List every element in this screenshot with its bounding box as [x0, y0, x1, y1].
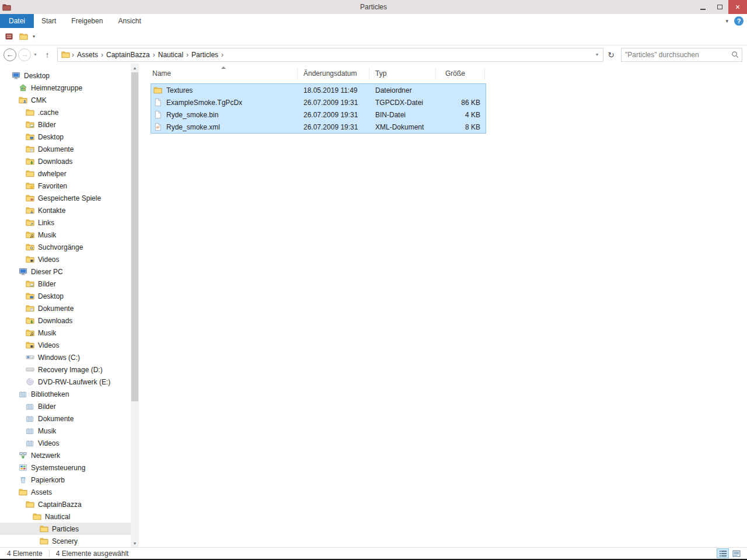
address-dropdown-icon[interactable]: ▾: [591, 52, 603, 57]
network-icon: [19, 451, 28, 460]
file-row-ryde-smoke-bin[interactable]: Ryde_smoke.bin26.07.2009 19:31BIN-Datei4…: [151, 108, 486, 121]
sidebar-item-dvd-rw-laufwerk-e[interactable]: DVD-RW-Laufwerk (E:): [0, 376, 131, 388]
tab-datei[interactable]: Datei: [0, 14, 34, 28]
file-type: Dateiordner: [369, 84, 436, 96]
breadcrumb-particles[interactable]: Particles: [189, 51, 221, 59]
scroll-down-icon[interactable]: ▾: [131, 539, 139, 547]
expand-ribbon-icon[interactable]: ▾: [725, 18, 728, 24]
sidebar-item-label: Bilder: [38, 402, 56, 411]
sidebar-item-kontakte[interactable]: Kontakte: [0, 204, 131, 216]
sidebar-item-label: Windows (C:): [38, 354, 80, 362]
sidebar-item-bilder[interactable]: Bilder: [0, 118, 131, 131]
sidebar-item-bibliotheken[interactable]: Bibliotheken: [0, 388, 131, 400]
sidebar-item-dokumente[interactable]: Dokumente: [0, 143, 131, 155]
close-button[interactable]: ×: [728, 0, 747, 14]
main-area: DesktopHeimnetzgruppeCMK.cacheBilderDesk…: [0, 64, 747, 547]
sort-ascending-icon[interactable]: [221, 66, 226, 69]
column-header-date[interactable]: Änderungsdatum: [298, 68, 369, 79]
sidebar-item-suchvorg-nge[interactable]: Suchvorgänge: [0, 241, 131, 253]
sidebar-item-videos[interactable]: Videos: [0, 339, 131, 351]
recent-locations-dropdown-icon[interactable]: ▾: [31, 52, 40, 57]
sidebar-item-musik[interactable]: Musik: [0, 229, 131, 241]
breadcrumb-nautical[interactable]: Nautical: [155, 51, 186, 59]
large-icons-view-button[interactable]: [730, 548, 742, 558]
qat-properties-button[interactable]: [4, 32, 14, 42]
file-date: 26.07.2009 19:31: [298, 96, 369, 108]
sidebar-item-cmk[interactable]: CMK: [0, 94, 131, 106]
scroll-up-icon[interactable]: ▴: [131, 64, 139, 72]
scrollbar-thumb[interactable]: [131, 72, 138, 401]
minimize-button[interactable]: [694, 0, 711, 14]
xml-file-icon: [153, 123, 163, 132]
sidebar-item-downloads[interactable]: Downloads: [0, 314, 131, 327]
sidebar-item-papierkorb[interactable]: Papierkorb: [0, 474, 131, 486]
sidebar-item-desktop[interactable]: Desktop: [0, 290, 131, 302]
column-header-name[interactable]: Name: [151, 68, 298, 79]
qat-new-folder-button[interactable]: [18, 32, 29, 42]
sidebar-item-desktop[interactable]: Desktop: [0, 131, 131, 143]
sidebar-item-assets[interactable]: Assets: [0, 486, 131, 498]
sidebar-item-systemsteuerung[interactable]: Systemsteuerung: [0, 461, 131, 474]
tab-freigeben[interactable]: Freigeben: [64, 14, 110, 28]
sidebar-item-bilder[interactable]: Bilder: [0, 278, 131, 290]
user-folder-icon: [19, 96, 28, 104]
refresh-icon[interactable]: ↻: [603, 50, 619, 60]
breadcrumb-chevron[interactable]: ›: [221, 51, 224, 59]
sidebar-item-recovery-image-d[interactable]: Recovery Image (D:): [0, 363, 131, 376]
up-button[interactable]: ↑: [40, 50, 55, 60]
file-row-textures[interactable]: Textures18.05.2019 11:49Dateiordner: [151, 84, 486, 96]
sidebar-item-gespeicherte-spiele[interactable]: Gespeicherte Spiele: [0, 192, 131, 204]
address-box[interactable]: › Assets › CaptainBazza › Nautical › Par…: [57, 48, 603, 62]
tab-ansicht[interactable]: Ansicht: [110, 14, 148, 28]
sidebar-item-cache[interactable]: .cache: [0, 106, 131, 118]
back-button[interactable]: ←: [4, 48, 16, 61]
file-icon: [153, 110, 163, 120]
sidebar-item-desktop[interactable]: Desktop: [0, 69, 131, 82]
sidebar-item-dokumente[interactable]: Dokumente: [0, 412, 131, 425]
column-header-type[interactable]: Typ: [369, 68, 436, 79]
links-folder-icon: [26, 218, 35, 227]
sidebar-item-label: DVD-RW-Laufwerk (E:): [38, 378, 110, 386]
sidebar-item-particles[interactable]: Particles: [0, 523, 131, 535]
sidebar-item-netzwerk[interactable]: Netzwerk: [0, 449, 131, 461]
sidebar-item-links[interactable]: Links: [0, 216, 131, 229]
app-icon[interactable]: [1, 1, 12, 13]
file-row-ryde-smoke-xml[interactable]: Ryde_smoke.xml26.07.2009 19:31XML-Dokume…: [151, 121, 486, 133]
sidebar-item-musik[interactable]: Musik: [0, 425, 131, 437]
file-size: 8 KB: [436, 121, 483, 133]
details-view-button[interactable]: [717, 548, 729, 558]
sidebar-item-videos[interactable]: Videos: [0, 253, 131, 265]
forward-button[interactable]: →: [18, 48, 31, 61]
tab-start[interactable]: Start: [34, 14, 64, 28]
sidebar-item-label: Systemsteuerung: [31, 464, 85, 472]
sidebar-item-label: Downloads: [38, 158, 72, 166]
qat-customize-dropdown-icon[interactable]: ▾: [33, 34, 35, 39]
sidebar-item-favoriten[interactable]: Favoriten: [0, 180, 131, 192]
sidebar-item-captainbazza[interactable]: CaptainBazza: [0, 498, 131, 510]
homegroup-icon: [19, 83, 28, 92]
help-icon[interactable]: ?: [734, 16, 743, 26]
sidebar-item-videos[interactable]: Videos: [0, 437, 131, 449]
breadcrumb-assets[interactable]: Assets: [74, 51, 101, 59]
videos-folder-icon: [26, 341, 35, 349]
sidebar-item-scenery[interactable]: Scenery: [0, 535, 131, 547]
sidebar-item-label: Desktop: [38, 292, 64, 300]
sidebar-item-dieser-pc[interactable]: Dieser PC: [0, 265, 131, 278]
sidebar-item-heimnetzgruppe[interactable]: Heimnetzgruppe: [0, 82, 131, 94]
search-icon[interactable]: [728, 50, 742, 59]
maximize-button[interactable]: [711, 0, 728, 14]
search-input[interactable]: [622, 51, 728, 59]
breadcrumb-captainbazza[interactable]: CaptainBazza: [103, 51, 153, 59]
sidebar-item-nautical[interactable]: Nautical: [0, 510, 131, 523]
sidebar-item-dokumente[interactable]: Dokumente: [0, 302, 131, 314]
library-music-icon: [26, 426, 35, 435]
sidebar-item-bilder[interactable]: Bilder: [0, 400, 131, 412]
column-header-size[interactable]: Größe: [436, 68, 485, 79]
sidebar-scrollbar[interactable]: ▴ ▾: [131, 64, 139, 547]
sidebar-item-windows-c[interactable]: Windows (C:): [0, 351, 131, 363]
sidebar-item-dwhelper[interactable]: dwhelper: [0, 167, 131, 180]
downloads-folder-icon: [26, 316, 35, 325]
sidebar-item-musik[interactable]: Musik: [0, 327, 131, 339]
sidebar-item-downloads[interactable]: Downloads: [0, 155, 131, 167]
file-row-examplesmoke-tgpcdx[interactable]: ExampleSmoke.TgPcDx26.07.2009 19:31TGPCD…: [151, 96, 486, 108]
